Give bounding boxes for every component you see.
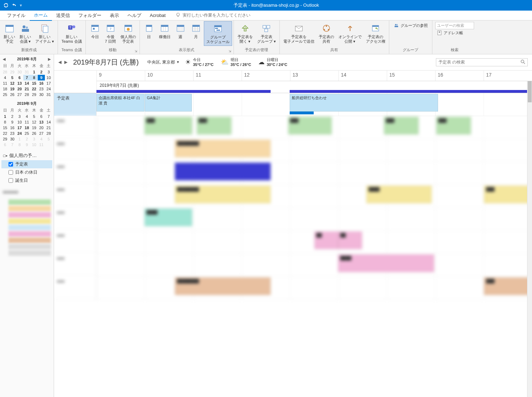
mini-cal-day[interactable]: 2 (9, 114, 16, 119)
mini-cal-day[interactable]: 30 (38, 92, 45, 97)
calendar-permissions-button[interactable]: 予定表のアクセス権 (364, 21, 388, 45)
mini-cal-day[interactable]: 11 (1, 80, 9, 86)
mini-cal-day[interactable]: 21 (23, 86, 31, 92)
mini-cal-day[interactable]: 18 (23, 125, 31, 131)
mini-cal-day[interactable]: 4 (1, 75, 9, 80)
calendar-checkbox[interactable] (8, 178, 13, 183)
next7days-button[interactable]: 7 今後7 日間 (103, 21, 118, 45)
workweek-view-button[interactable]: 稼働日 (157, 21, 173, 41)
search-icon[interactable] (520, 59, 525, 65)
mini-cal-day[interactable]: 3 (30, 136, 38, 142)
search-field[interactable] (438, 60, 520, 65)
mini-cal-day[interactable]: 9 (9, 119, 16, 125)
mini-cal-day[interactable]: 5 (30, 114, 38, 119)
undo-icon[interactable] (12, 3, 17, 8)
address-book-button[interactable]: アドレス帳 (435, 29, 474, 36)
launcher-icon[interactable]: ⇲ (135, 49, 137, 53)
tab-home[interactable]: ホーム (30, 10, 52, 21)
mini-cal-day[interactable]: 3 (45, 69, 52, 75)
mini-cal-day[interactable]: 8 (16, 142, 23, 148)
schedule-row-label[interactable]: 予定表 (54, 93, 96, 116)
mini-cal-table-aug[interactable]: 日月火水木金土282930311234567891011121314151617… (1, 62, 52, 97)
mini-cal-day[interactable]: 20 (16, 86, 23, 92)
mini-cal-day[interactable]: 6 (1, 142, 9, 148)
mini-cal-day[interactable]: 24 (45, 86, 52, 92)
calendar-event[interactable]: 船井総研打ち合わせ (290, 94, 438, 112)
day-view-button[interactable]: 日 (141, 21, 157, 41)
sync-icon[interactable] (3, 2, 9, 8)
mini-cal-day[interactable]: 19 (30, 125, 38, 131)
tab-acrobat[interactable]: Acrobat (146, 11, 170, 20)
calendar-checkbox[interactable] (8, 162, 13, 167)
mini-cal-day[interactable]: 9 (38, 75, 45, 80)
mini-cal-day[interactable]: 21 (45, 125, 52, 131)
mini-cal-day[interactable]: 28 (23, 92, 31, 97)
calendar-list-item[interactable]: 予定表 (1, 160, 52, 168)
mini-cal-day[interactable]: 11 (23, 119, 31, 125)
mini-cal-day[interactable]: 27 (16, 92, 23, 97)
tab-folder[interactable]: フォルダー (74, 11, 106, 20)
mini-cal-day[interactable]: 6 (16, 75, 23, 80)
weather-item[interactable]: ☁日曜日30°C / 24°C (258, 57, 287, 67)
mini-cal-day[interactable]: 15 (1, 125, 9, 131)
calendar-checkbox[interactable] (8, 170, 13, 175)
new-meeting-button[interactable]: 新しい会議 ▾ (17, 21, 33, 45)
calendar-list-item[interactable]: 日本 の休日 (1, 168, 52, 176)
mini-cal-day[interactable]: 28 (1, 69, 9, 75)
mini-cal-day[interactable]: 5 (9, 75, 16, 80)
next-day-button[interactable]: ▶ (64, 60, 67, 65)
tab-sendrecv[interactable]: 送受信 (52, 11, 74, 20)
open-calendar-button[interactable]: 予定表を開く ▾ (235, 21, 255, 45)
location-picker[interactable]: 中央区, 東京都 ▼ (147, 59, 180, 65)
today-button[interactable]: 今日 (87, 21, 103, 41)
mini-cal-day[interactable]: 25 (1, 92, 9, 97)
mini-cal-day[interactable]: 18 (1, 86, 9, 92)
share-calendar-button[interactable]: 予定表の共有 (317, 21, 336, 45)
mini-cal-day[interactable]: 4 (23, 114, 31, 119)
mini-cal-day[interactable]: 26 (9, 92, 16, 97)
mini-cal-day[interactable]: 4 (38, 136, 45, 142)
mini-cal-day[interactable]: 28 (45, 131, 52, 136)
mini-cal-day[interactable]: 14 (23, 80, 31, 86)
mini-cal-table-sep[interactable]: 日月火水木金土123456789101112131415161718192021… (1, 107, 52, 148)
mini-cal-day[interactable]: 11 (38, 142, 45, 148)
search-user-input[interactable]: ユーザーの検索 (435, 22, 474, 29)
scrollbar-thumb[interactable] (528, 81, 532, 102)
mini-cal-day[interactable]: 27 (38, 131, 45, 136)
mini-cal-day[interactable]: 13 (16, 80, 23, 86)
mini-cal-day[interactable]: 24 (16, 131, 23, 136)
mini-cal-day[interactable]: 17 (45, 80, 52, 86)
mini-cal-day[interactable]: 9 (23, 142, 31, 148)
mini-cal-day[interactable]: 15 (30, 80, 38, 86)
calendar-groups-button[interactable]: 予定表グループ ▾ (255, 21, 278, 45)
mini-cal-day[interactable]: 5 (45, 136, 52, 142)
prev-day-button[interactable]: ◀ (58, 60, 61, 65)
calendar-list-item[interactable]: 誕生日 (1, 176, 52, 185)
email-calendar-button[interactable]: 予定表を電子メールで送信 (281, 21, 317, 45)
mini-cal-day[interactable]: 2 (23, 136, 31, 142)
mini-cal-day[interactable]: 23 (38, 86, 45, 92)
month-view-button[interactable]: 月 (188, 21, 204, 41)
mini-cal-day[interactable]: 17 (16, 125, 23, 131)
week-view-button[interactable]: 週 (173, 21, 188, 41)
mini-cal-day[interactable]: 8 (30, 75, 38, 80)
mini-cal-day[interactable]: 1 (1, 114, 9, 119)
teams-meeting-button[interactable]: T 新しいTeams 会議 (59, 21, 84, 45)
mini-cal-day[interactable]: 12 (30, 119, 38, 125)
mini-cal-day[interactable]: 14 (45, 119, 52, 125)
mini-cal-day[interactable]: 31 (45, 92, 52, 97)
personal-calendar-button[interactable]: 個人用の予定表 (118, 21, 138, 45)
mini-cal-day[interactable]: 29 (1, 136, 9, 142)
tab-file[interactable]: ファイル (3, 11, 30, 20)
weather-item[interactable]: ☀今日35°C / 27°C (185, 57, 213, 67)
mini-cal-day[interactable]: 22 (30, 86, 38, 92)
scrollbar[interactable] (527, 81, 532, 397)
mini-cal-day[interactable]: 20 (38, 125, 45, 131)
next-month-button[interactable]: ▶ (48, 57, 51, 61)
new-appointment-button[interactable]: 新しい予定 (1, 21, 17, 45)
mini-cal-day[interactable]: 29 (9, 69, 16, 75)
mini-cal-day[interactable]: 3 (16, 114, 23, 119)
group-schedule-button[interactable]: グループスケジュール (204, 21, 232, 46)
tell-me-search[interactable]: 実行したい作業を入力してください (176, 12, 250, 18)
mini-cal-day[interactable]: 23 (9, 131, 16, 136)
